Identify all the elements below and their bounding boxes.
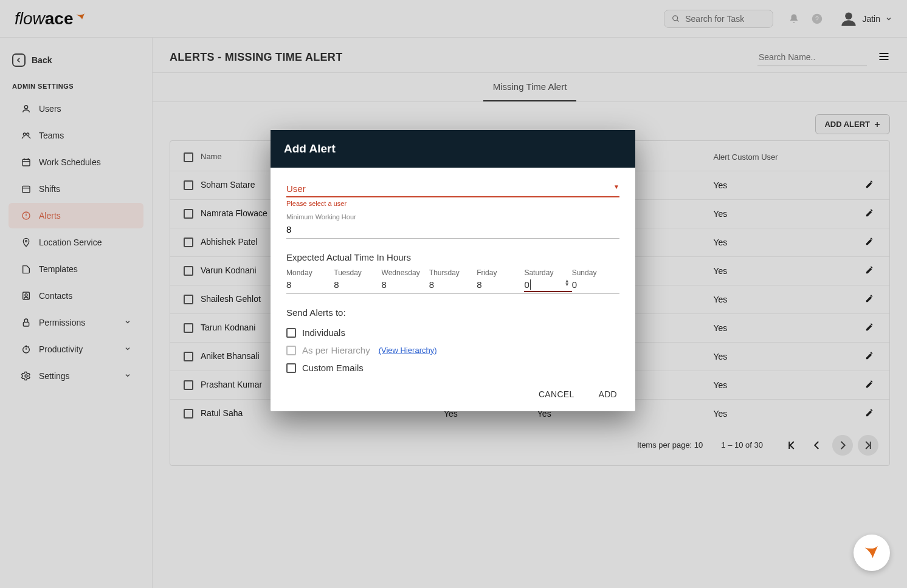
- edit-icon[interactable]: [865, 238, 874, 248]
- day-saturday[interactable]: Saturday0▲▼: [524, 268, 571, 291]
- checkbox-individuals[interactable]: Individuals: [286, 324, 619, 341]
- day-friday[interactable]: Friday8: [477, 268, 524, 291]
- pager-next[interactable]: [832, 435, 853, 456]
- tab-bar: Missing Time Alert: [153, 72, 907, 102]
- day-monday[interactable]: Monday8: [286, 268, 334, 291]
- spinner-icon[interactable]: ▲▼: [565, 279, 570, 287]
- search-name-input[interactable]: [757, 49, 867, 66]
- row-checkbox[interactable]: [184, 352, 193, 361]
- sidebar-item-productivity[interactable]: Productivity: [9, 337, 143, 362]
- view-hierarchy-link[interactable]: (View Hierarchy): [379, 346, 437, 355]
- row-checkbox[interactable]: [184, 266, 193, 276]
- checkbox-custom-emails[interactable]: Custom Emails: [286, 359, 619, 377]
- day-value[interactable]: 8: [334, 277, 381, 291]
- pager-last[interactable]: [858, 435, 878, 456]
- day-value[interactable]: 8: [477, 277, 524, 291]
- day-thursday[interactable]: Thursday8: [429, 268, 477, 291]
- sidebar-item-location-service[interactable]: Location Service: [9, 230, 143, 255]
- edit-icon[interactable]: [865, 352, 874, 362]
- edit-icon[interactable]: [865, 181, 874, 191]
- tab-missing-time-alert[interactable]: Missing Time Alert: [483, 73, 577, 101]
- ipp-value[interactable]: 10: [694, 440, 703, 450]
- back-label: Back: [32, 55, 52, 65]
- pager: Items per page: 10 1 – 10 of 30: [170, 428, 889, 463]
- day-value[interactable]: 8: [286, 277, 334, 291]
- row-checkbox[interactable]: [184, 323, 193, 333]
- logo[interactable]: flowace: [15, 9, 87, 29]
- edit-icon[interactable]: [865, 381, 874, 391]
- svg-point-5: [23, 133, 26, 135]
- hamburger-icon[interactable]: [878, 50, 890, 64]
- col-alert-custom-user: Alert Custom User: [707, 143, 859, 171]
- nav-label: Work Schedules: [39, 157, 101, 167]
- edit-icon[interactable]: [865, 324, 874, 333]
- edit-icon[interactable]: [865, 210, 874, 219]
- nav-label: Contacts: [39, 291, 72, 301]
- sidebar-item-work-schedules[interactable]: Work Schedules: [9, 149, 143, 175]
- sidebar-item-shifts[interactable]: Shifts: [9, 176, 143, 202]
- user-menu[interactable]: Jatin: [840, 10, 892, 27]
- row-checkbox[interactable]: [184, 238, 193, 247]
- sidebar-item-teams[interactable]: Teams: [9, 123, 143, 148]
- edit-icon[interactable]: [865, 295, 874, 305]
- min-working-hour-input[interactable]: [286, 220, 619, 239]
- nav-label: Teams: [39, 131, 64, 140]
- row-checkbox[interactable]: [184, 209, 193, 219]
- svg-point-4: [24, 106, 27, 109]
- day-tuesday[interactable]: Tuesday8: [334, 268, 381, 291]
- add-alert-label: ADD ALERT: [824, 120, 870, 129]
- day-value[interactable]: 8: [382, 277, 429, 291]
- cell-custom-user: Yes: [707, 199, 859, 228]
- add-alert-button[interactable]: ADD ALERT: [815, 114, 890, 134]
- pager-first[interactable]: [781, 435, 802, 456]
- sidebar-item-alerts[interactable]: Alerts: [9, 203, 143, 228]
- row-checkbox[interactable]: [184, 180, 193, 190]
- chevron-down-icon: [885, 15, 892, 22]
- cell-name: Aniket Bhansali: [201, 351, 260, 361]
- sidebar-item-contacts[interactable]: Contacts: [9, 283, 143, 309]
- cancel-button[interactable]: CANCEL: [539, 389, 574, 399]
- add-button[interactable]: ADD: [599, 389, 617, 399]
- row-checkbox[interactable]: [184, 380, 193, 390]
- cell-custom-user: Yes: [707, 313, 859, 342]
- fab-icon: [861, 542, 882, 563]
- sidebar-item-permissions[interactable]: Permissions: [9, 310, 143, 335]
- cell-name: Shailesh Gehlot: [201, 294, 261, 304]
- day-label: Tuesday: [334, 268, 381, 277]
- day-wednesday[interactable]: Wednesday8: [382, 268, 429, 291]
- day-value[interactable]: 8: [429, 277, 477, 291]
- day-value[interactable]: 0: [572, 277, 619, 291]
- bell-icon[interactable]: [788, 13, 800, 25]
- logo-ace: ace: [45, 9, 74, 29]
- cell-name: Varun Kodnani: [201, 265, 257, 275]
- cell-custom-user: Yes: [707, 342, 859, 371]
- ipp-label: Items per page:: [637, 440, 692, 450]
- svg-point-15: [25, 375, 27, 377]
- help-icon[interactable]: ?: [811, 13, 823, 25]
- nav-label: Templates: [39, 264, 78, 274]
- sidebar-item-templates[interactable]: Templates: [9, 256, 143, 282]
- pager-range: 1 – 10 of 30: [721, 440, 763, 450]
- row-checkbox[interactable]: [184, 295, 193, 304]
- search-task-input[interactable]: [685, 14, 765, 24]
- search-task[interactable]: [664, 10, 773, 28]
- edit-icon[interactable]: [865, 267, 874, 276]
- checkbox-all[interactable]: [184, 152, 193, 162]
- row-checkbox[interactable]: [184, 409, 193, 419]
- back-button[interactable]: Back: [0, 49, 152, 72]
- expected-time-heading: Expected Actual Time In Hours: [286, 252, 619, 262]
- sidebar-item-users[interactable]: Users: [9, 96, 143, 121]
- logo-arrow-icon: [75, 12, 87, 24]
- edit-icon[interactable]: [865, 409, 874, 419]
- sidebar: Back ADMIN SETTINGS UsersTeamsWork Sched…: [0, 38, 152, 588]
- day-sunday[interactable]: Sunday0: [572, 268, 619, 291]
- day-label: Thursday: [429, 268, 477, 277]
- svg-rect-7: [22, 159, 30, 166]
- sidebar-item-settings[interactable]: Settings: [9, 363, 143, 389]
- fab-button[interactable]: [854, 535, 890, 571]
- user-select[interactable]: User ▼: [286, 180, 619, 197]
- send-alerts-heading: Send Alerts to:: [286, 307, 619, 318]
- svg-point-0: [673, 15, 678, 20]
- pager-prev[interactable]: [807, 435, 827, 456]
- page-title: ALERTS - MISSING TIME ALERT: [170, 51, 342, 64]
